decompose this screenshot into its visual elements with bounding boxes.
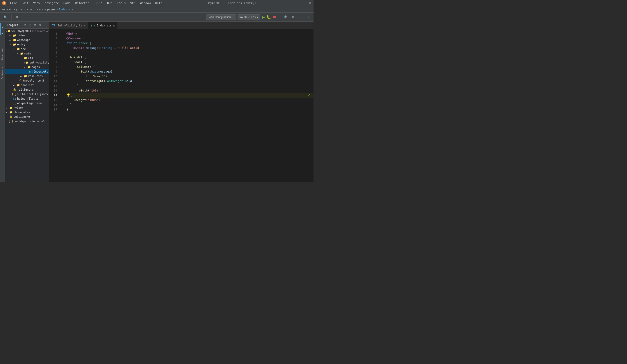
app-title: MyApp01 - Index.ets [entry]	[165, 1, 300, 5]
settings-button[interactable]: ⚙	[14, 14, 20, 20]
menu-view[interactable]: View	[31, 1, 42, 5]
tree-label-oh-package: oh-package.json5	[17, 102, 43, 105]
hint-bulb-icon[interactable]: 💡	[66, 93, 70, 98]
activity-project[interactable]: Project	[0, 23, 4, 35]
search-everywhere-button[interactable]: 🔍	[2, 14, 9, 20]
breadcrumb-main[interactable]: main	[29, 8, 36, 11]
menu-run[interactable]: Run	[105, 1, 114, 5]
menu-code[interactable]: Code	[62, 1, 72, 5]
fold-cell-14[interactable]: ▾	[59, 93, 63, 98]
add-configuration-button[interactable]: Add Configuration...	[206, 14, 236, 20]
tree-label-src: src	[21, 48, 26, 51]
checkmark-button[interactable]: ✓	[306, 14, 312, 20]
tree-item-idea[interactable]: ▶ 📁 .idea	[5, 33, 49, 38]
run-button[interactable]: ▶	[262, 15, 265, 20]
code-content[interactable]: @Entry @Component struct Index { @State …	[63, 29, 314, 182]
collapse-all-button[interactable]: ⊟	[28, 23, 32, 27]
breadcrumb-src[interactable]: src	[21, 8, 26, 11]
sidebar-actions: ⟳ ⊟ ≡ ⚙ −	[23, 23, 47, 27]
tree-item-build-profile[interactable]: ▶ { } build-profile.json5	[5, 92, 49, 97]
toolbar: 🔍 ⚙ Add Configuration... No Devices ▾ ▶ …	[0, 13, 314, 22]
device-selector[interactable]: No Devices ▾	[238, 14, 261, 20]
app-logo: H	[2, 1, 6, 5]
search-button[interactable]: 🔎	[281, 14, 289, 20]
menu-navigate[interactable]: Navigate	[43, 1, 61, 5]
menu-help[interactable]: Help	[154, 1, 164, 5]
tree-item-gitignore-entry[interactable]: ▶ 🔒 .gitignore	[5, 87, 49, 92]
minimize-button[interactable]: ─	[300, 1, 304, 5]
tree-item-indexets[interactable]: ▶ ETS Index.ets	[5, 69, 49, 74]
tree-item-pages[interactable]: ▾ 📁 pages	[5, 65, 49, 69]
tree-label-indexets: Index.ets	[33, 70, 48, 73]
tree-label-oh-modules: oh_modules	[14, 111, 30, 114]
tree-item-ohostest[interactable]: ▶ 📁 ohosTest	[5, 83, 49, 87]
menu-build[interactable]: Build	[92, 1, 104, 5]
stop-button[interactable]: ⏹	[273, 15, 277, 19]
tree-item-ets[interactable]: ▾ 📁 ets	[5, 56, 49, 60]
breadcrumb-ws[interactable]: ws	[2, 8, 5, 11]
arrow-ets: ▾	[20, 57, 23, 59]
tree-item-resources[interactable]: ▶ 📁 resources	[5, 74, 49, 78]
fold-cell-7[interactable]: ▾	[59, 60, 63, 64]
tree-item-build-icon5[interactable]: ▶ { } build-profile.icon5	[5, 119, 49, 124]
sync-files-button[interactable]: ⟳	[23, 23, 27, 27]
close-sidebar-button[interactable]: −	[43, 23, 47, 27]
activity-bookmarks[interactable]: Bookmarks	[1, 65, 4, 80]
menu-vcs[interactable]: VCS	[128, 1, 137, 5]
editor-overflow-button[interactable]: ⋮	[306, 22, 314, 29]
settings2-button[interactable]: ⚙	[290, 14, 296, 20]
code-line-4: @State message: string = 'Hello World'	[66, 46, 314, 50]
menu-window[interactable]: Window	[138, 1, 153, 5]
arrow-pages: ▾	[24, 66, 27, 68]
activity-structure[interactable]: Structure	[1, 47, 4, 62]
folder-icon-entry: 📁	[13, 43, 16, 46]
fold-cell-6[interactable]: ▾	[59, 55, 63, 60]
tree-label-build-icon5: build-profile.icon5	[14, 120, 45, 123]
tab-close-entryability[interactable]: ✕	[83, 24, 85, 27]
tree-item-ws[interactable]: ▾ 📁 ws [MyApp01] D:\Huawei\ws	[5, 29, 49, 33]
settings-gear-icon[interactable]: ⚙	[38, 23, 42, 27]
menu-file[interactable]: File	[8, 1, 19, 5]
breadcrumb-entry[interactable]: entry	[9, 8, 17, 11]
close-button[interactable]: ✕	[309, 1, 312, 5]
tree-label-entry: entry	[17, 43, 25, 46]
folder-icon-pages: 📁	[27, 65, 31, 69]
menu-more-button[interactable]: ⋮	[298, 14, 304, 20]
tree-item-oh-modules[interactable]: ▶ 📁 oh_modules	[5, 110, 49, 114]
tree-item-entryability[interactable]: ▶ 📁 entryability	[5, 60, 49, 65]
arrow-hvigor: ▶	[6, 107, 9, 109]
menu-tools[interactable]: Tools	[115, 1, 127, 5]
code-line-17: }	[66, 107, 314, 112]
menu-edit[interactable]: Edit	[20, 1, 30, 5]
tree-item-oh-package[interactable]: ▶ { } oh-package.json5	[5, 101, 49, 105]
maximize-button[interactable]: □	[305, 1, 308, 5]
tree-item-hvigorfile[interactable]: ▶ TS hvigorfile.ts	[5, 97, 49, 101]
tree-item-appscope[interactable]: ▶ 📁 AppScope	[5, 38, 49, 42]
tab-indexets[interactable]: ETS Index.ets ✕	[88, 22, 118, 29]
tree-item-entry[interactable]: ▾ 📁 entry	[5, 42, 49, 47]
separator-2	[279, 14, 279, 20]
tab-entryability[interactable]: TS EntryAbility.ts ✕	[49, 22, 88, 29]
tree-item-module-json5[interactable]: ▶ { } module.json5	[5, 78, 49, 83]
tree-item-src[interactable]: ▾ 📁 src	[5, 47, 49, 51]
arrow-entry: ▾	[9, 43, 13, 46]
tab-close-indexets[interactable]: ✕	[113, 24, 115, 27]
menu-refactor[interactable]: Refactor	[73, 1, 91, 5]
tree-item-main[interactable]: ▾ 📁 main	[5, 51, 49, 56]
filter-button[interactable]: ≡	[33, 23, 37, 27]
breadcrumb-file: Index.ets	[59, 8, 73, 11]
breadcrumb-pages[interactable]: pages	[47, 8, 55, 11]
debug-button[interactable]: 🐛	[266, 15, 271, 20]
sidebar-dropdown-arrow[interactable]: ▾	[20, 24, 22, 27]
breadcrumb-ets[interactable]: ets	[39, 8, 44, 11]
code-editor[interactable]: 1 2 3 4 5 6 7 8 9 10 11 12 13 14 15 16 1	[49, 29, 314, 182]
tree-item-gitignore-root[interactable]: ▶ 🔒 .gitignore	[5, 114, 49, 119]
fold-cell-16[interactable]: ▾	[59, 102, 63, 107]
fold-cell-8[interactable]: ▾	[59, 64, 63, 69]
tree-item-hvigor[interactable]: ▶ 📁 hvigor	[5, 105, 49, 110]
arrow-oh-modules: ▶	[6, 111, 9, 114]
fold-cell-3[interactable]: ▾	[59, 41, 63, 46]
folder-icon-ws: 📁	[7, 29, 11, 33]
code-line-14: 💡 }	[66, 93, 314, 98]
folder-icon-ets: 📁	[23, 56, 27, 60]
